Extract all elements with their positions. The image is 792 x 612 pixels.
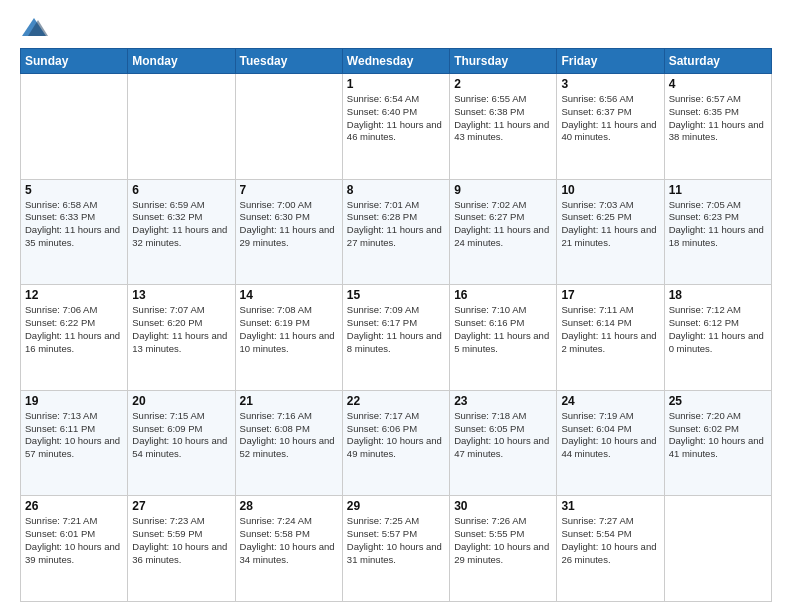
calendar-cell: 28Sunrise: 7:24 AM Sunset: 5:58 PM Dayli… [235,496,342,602]
calendar-cell: 19Sunrise: 7:13 AM Sunset: 6:11 PM Dayli… [21,390,128,496]
day-info: Sunrise: 6:55 AM Sunset: 6:38 PM Dayligh… [454,93,552,144]
day-number: 6 [132,183,230,197]
day-number: 19 [25,394,123,408]
day-info: Sunrise: 7:10 AM Sunset: 6:16 PM Dayligh… [454,304,552,355]
calendar-cell: 3Sunrise: 6:56 AM Sunset: 6:37 PM Daylig… [557,74,664,180]
day-info: Sunrise: 7:07 AM Sunset: 6:20 PM Dayligh… [132,304,230,355]
weekday-header-wednesday: Wednesday [342,49,449,74]
day-number: 8 [347,183,445,197]
calendar-cell: 25Sunrise: 7:20 AM Sunset: 6:02 PM Dayli… [664,390,771,496]
calendar-cell: 16Sunrise: 7:10 AM Sunset: 6:16 PM Dayli… [450,285,557,391]
weekday-header-row: SundayMondayTuesdayWednesdayThursdayFrid… [21,49,772,74]
calendar-cell [235,74,342,180]
calendar-cell: 7Sunrise: 7:00 AM Sunset: 6:30 PM Daylig… [235,179,342,285]
calendar-cell [664,496,771,602]
day-number: 21 [240,394,338,408]
day-number: 12 [25,288,123,302]
day-number: 5 [25,183,123,197]
day-info: Sunrise: 7:27 AM Sunset: 5:54 PM Dayligh… [561,515,659,566]
calendar-cell: 1Sunrise: 6:54 AM Sunset: 6:40 PM Daylig… [342,74,449,180]
calendar-cell: 29Sunrise: 7:25 AM Sunset: 5:57 PM Dayli… [342,496,449,602]
day-info: Sunrise: 7:25 AM Sunset: 5:57 PM Dayligh… [347,515,445,566]
calendar-cell: 22Sunrise: 7:17 AM Sunset: 6:06 PM Dayli… [342,390,449,496]
calendar-cell: 4Sunrise: 6:57 AM Sunset: 6:35 PM Daylig… [664,74,771,180]
day-info: Sunrise: 7:03 AM Sunset: 6:25 PM Dayligh… [561,199,659,250]
page: SundayMondayTuesdayWednesdayThursdayFrid… [0,0,792,612]
day-info: Sunrise: 7:12 AM Sunset: 6:12 PM Dayligh… [669,304,767,355]
calendar-cell: 23Sunrise: 7:18 AM Sunset: 6:05 PM Dayli… [450,390,557,496]
day-number: 29 [347,499,445,513]
day-info: Sunrise: 6:59 AM Sunset: 6:32 PM Dayligh… [132,199,230,250]
day-info: Sunrise: 6:56 AM Sunset: 6:37 PM Dayligh… [561,93,659,144]
day-info: Sunrise: 7:05 AM Sunset: 6:23 PM Dayligh… [669,199,767,250]
day-info: Sunrise: 7:24 AM Sunset: 5:58 PM Dayligh… [240,515,338,566]
weekday-header-tuesday: Tuesday [235,49,342,74]
calendar-cell: 12Sunrise: 7:06 AM Sunset: 6:22 PM Dayli… [21,285,128,391]
week-row-2: 5Sunrise: 6:58 AM Sunset: 6:33 PM Daylig… [21,179,772,285]
day-number: 22 [347,394,445,408]
day-info: Sunrise: 7:01 AM Sunset: 6:28 PM Dayligh… [347,199,445,250]
day-number: 28 [240,499,338,513]
calendar-cell: 15Sunrise: 7:09 AM Sunset: 6:17 PM Dayli… [342,285,449,391]
calendar-cell [21,74,128,180]
day-number: 3 [561,77,659,91]
day-number: 17 [561,288,659,302]
day-number: 10 [561,183,659,197]
calendar-cell: 31Sunrise: 7:27 AM Sunset: 5:54 PM Dayli… [557,496,664,602]
calendar-cell: 9Sunrise: 7:02 AM Sunset: 6:27 PM Daylig… [450,179,557,285]
week-row-1: 1Sunrise: 6:54 AM Sunset: 6:40 PM Daylig… [21,74,772,180]
calendar-cell: 5Sunrise: 6:58 AM Sunset: 6:33 PM Daylig… [21,179,128,285]
weekday-header-thursday: Thursday [450,49,557,74]
day-info: Sunrise: 7:08 AM Sunset: 6:19 PM Dayligh… [240,304,338,355]
day-info: Sunrise: 7:02 AM Sunset: 6:27 PM Dayligh… [454,199,552,250]
day-number: 18 [669,288,767,302]
day-info: Sunrise: 7:00 AM Sunset: 6:30 PM Dayligh… [240,199,338,250]
calendar-cell: 24Sunrise: 7:19 AM Sunset: 6:04 PM Dayli… [557,390,664,496]
weekday-header-sunday: Sunday [21,49,128,74]
day-number: 23 [454,394,552,408]
day-info: Sunrise: 7:21 AM Sunset: 6:01 PM Dayligh… [25,515,123,566]
calendar-table: SundayMondayTuesdayWednesdayThursdayFrid… [20,48,772,602]
day-number: 24 [561,394,659,408]
day-number: 1 [347,77,445,91]
day-number: 2 [454,77,552,91]
day-number: 31 [561,499,659,513]
weekday-header-friday: Friday [557,49,664,74]
day-info: Sunrise: 7:20 AM Sunset: 6:02 PM Dayligh… [669,410,767,461]
logo-icon [20,16,48,40]
day-info: Sunrise: 7:13 AM Sunset: 6:11 PM Dayligh… [25,410,123,461]
calendar-cell: 20Sunrise: 7:15 AM Sunset: 6:09 PM Dayli… [128,390,235,496]
calendar-cell: 17Sunrise: 7:11 AM Sunset: 6:14 PM Dayli… [557,285,664,391]
calendar-cell: 13Sunrise: 7:07 AM Sunset: 6:20 PM Dayli… [128,285,235,391]
day-info: Sunrise: 6:58 AM Sunset: 6:33 PM Dayligh… [25,199,123,250]
calendar-cell [128,74,235,180]
day-number: 30 [454,499,552,513]
calendar-cell: 11Sunrise: 7:05 AM Sunset: 6:23 PM Dayli… [664,179,771,285]
calendar-cell: 18Sunrise: 7:12 AM Sunset: 6:12 PM Dayli… [664,285,771,391]
day-info: Sunrise: 7:23 AM Sunset: 5:59 PM Dayligh… [132,515,230,566]
day-info: Sunrise: 7:06 AM Sunset: 6:22 PM Dayligh… [25,304,123,355]
day-number: 25 [669,394,767,408]
header [20,16,772,40]
calendar-cell: 30Sunrise: 7:26 AM Sunset: 5:55 PM Dayli… [450,496,557,602]
calendar-cell: 14Sunrise: 7:08 AM Sunset: 6:19 PM Dayli… [235,285,342,391]
calendar-cell: 8Sunrise: 7:01 AM Sunset: 6:28 PM Daylig… [342,179,449,285]
day-info: Sunrise: 7:19 AM Sunset: 6:04 PM Dayligh… [561,410,659,461]
calendar-cell: 2Sunrise: 6:55 AM Sunset: 6:38 PM Daylig… [450,74,557,180]
calendar-cell: 6Sunrise: 6:59 AM Sunset: 6:32 PM Daylig… [128,179,235,285]
week-row-5: 26Sunrise: 7:21 AM Sunset: 6:01 PM Dayli… [21,496,772,602]
weekday-header-saturday: Saturday [664,49,771,74]
week-row-3: 12Sunrise: 7:06 AM Sunset: 6:22 PM Dayli… [21,285,772,391]
day-info: Sunrise: 7:18 AM Sunset: 6:05 PM Dayligh… [454,410,552,461]
weekday-header-monday: Monday [128,49,235,74]
day-number: 26 [25,499,123,513]
day-number: 7 [240,183,338,197]
day-info: Sunrise: 7:09 AM Sunset: 6:17 PM Dayligh… [347,304,445,355]
day-number: 14 [240,288,338,302]
day-number: 11 [669,183,767,197]
day-number: 4 [669,77,767,91]
day-info: Sunrise: 7:17 AM Sunset: 6:06 PM Dayligh… [347,410,445,461]
calendar-cell: 10Sunrise: 7:03 AM Sunset: 6:25 PM Dayli… [557,179,664,285]
day-number: 13 [132,288,230,302]
day-number: 9 [454,183,552,197]
